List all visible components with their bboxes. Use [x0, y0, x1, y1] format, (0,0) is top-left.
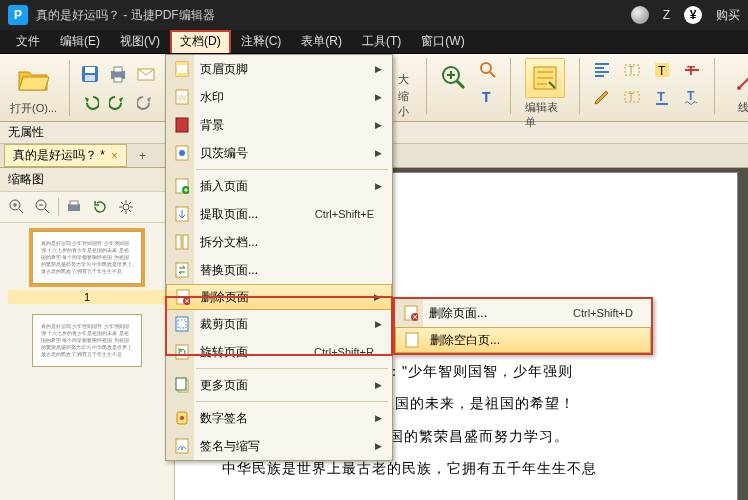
menu-label: 插入页面	[194, 178, 375, 195]
thumbnail-page-2[interactable]: 真的是好运吗 少年智则国智 少年强则国强 十六七岁的青少年是祖国的未来 是祖国的…	[32, 314, 142, 367]
textbox2-icon: T	[623, 88, 641, 106]
replace-page-icon	[174, 262, 190, 278]
menu-tool[interactable]: 工具(T)	[352, 30, 411, 53]
user-label: Z	[663, 8, 670, 22]
thumbnail-sidebar: 缩略图 真的是好运吗 少年智则国智 少年强则国强 十六七岁的青少年是祖国的未来 …	[0, 168, 175, 500]
submenu-delete-page[interactable]: 删除页面... Ctrl+Shift+D	[395, 299, 651, 327]
edit-form-button[interactable]	[525, 58, 565, 98]
globe-icon[interactable]	[631, 6, 649, 24]
redo-alt-icon	[137, 93, 155, 111]
buy-button[interactable]: 购买	[716, 7, 740, 24]
svg-rect-34	[176, 118, 188, 132]
highlight-button[interactable]: T	[650, 58, 674, 82]
submenu-arrow-icon: ▶	[375, 120, 382, 130]
zoom-in-button[interactable]	[437, 58, 470, 98]
menu-watermark[interactable]: W 水印 ▶	[166, 83, 392, 111]
svg-text:T: T	[657, 89, 665, 104]
menu-replace-page[interactable]: 替换页面...	[166, 256, 392, 284]
menu-form[interactable]: 表单(R)	[291, 30, 352, 53]
menu-label: 水印	[194, 89, 375, 106]
thumbnail-list[interactable]: 真的是好运吗 少年智则国智 少年强则国强 十六七岁的青少年是祖国的未来 是祖国的…	[0, 223, 174, 500]
thumb-print[interactable]	[63, 196, 85, 218]
menu-label: 删除页面	[195, 289, 374, 306]
menu-bates[interactable]: 贝茨编号 ▶	[166, 139, 392, 167]
menu-label: 页眉页脚	[194, 61, 375, 78]
textbox2-button[interactable]: T	[620, 85, 644, 109]
line-label: 线条	[738, 100, 748, 115]
printer-small-icon	[66, 199, 82, 215]
menu-crop-page[interactable]: 裁剪页面 ▶	[166, 310, 392, 338]
svg-rect-47	[176, 345, 188, 359]
delete-blank-icon	[404, 332, 420, 348]
textbox-button[interactable]: T	[620, 58, 644, 82]
print-button[interactable]	[106, 62, 130, 86]
menu-digital-sign[interactable]: 数字签名 ▶	[166, 404, 392, 432]
menu-edit[interactable]: 编辑(E)	[50, 30, 110, 53]
menu-window[interactable]: 窗口(W)	[411, 30, 474, 53]
submenu-arrow-icon: ▶	[375, 148, 382, 158]
text-t-icon: T	[479, 88, 497, 106]
doc-tab-close[interactable]: ×	[111, 149, 118, 163]
submenu-arrow-icon: ▶	[375, 64, 382, 74]
noattr-label: 无属性	[8, 124, 44, 141]
pencil-button[interactable]	[590, 85, 614, 109]
digital-sign-icon	[174, 410, 190, 426]
menu-sign-abbr[interactable]: 签名与缩写 ▶	[166, 432, 392, 460]
rotate-icon	[92, 199, 108, 215]
menu-view[interactable]: 视图(V)	[110, 30, 170, 53]
titlebar: P 真的是好运吗？ - 迅捷PDF编辑器 Z ¥ 购买	[0, 0, 748, 30]
menu-label: 替换页面...	[194, 262, 382, 279]
thumbnail-page-1[interactable]: 真的是好运吗 少年智则国智 少年强则国强 十六七岁的青少年是祖国的未来 是祖国的…	[32, 231, 142, 284]
squiggly-button[interactable]: T	[680, 85, 704, 109]
doc-tab[interactable]: 真的是好运吗？ * ×	[4, 144, 127, 167]
thumb-options[interactable]	[115, 196, 137, 218]
menu-shortcut: Ctrl+Shift+R	[314, 346, 382, 358]
menu-file[interactable]: 文件	[6, 30, 50, 53]
window-title: 真的是好运吗？ - 迅捷PDF编辑器	[36, 7, 631, 24]
undo-icon	[81, 93, 99, 111]
strike-t-icon: T	[683, 61, 701, 79]
submenu-arrow-icon: ▶	[375, 319, 382, 329]
submenu-delete-blank[interactable]: 删除空白页...	[395, 327, 651, 353]
thumb-zoom-in[interactable]	[6, 196, 28, 218]
line-tool-button[interactable]	[729, 58, 748, 98]
zoom-out-button[interactable]	[476, 58, 500, 82]
menubar: 文件 编辑(E) 视图(V) 文档(D) 注释(C) 表单(R) 工具(T) 窗…	[0, 30, 748, 54]
thumb-rotate[interactable]	[89, 196, 111, 218]
save-button[interactable]	[78, 62, 102, 86]
menu-split-doc[interactable]: 拆分文档...	[166, 228, 392, 256]
menu-comment[interactable]: 注释(C)	[231, 30, 292, 53]
shrink-suffix: 缩小	[398, 89, 416, 119]
svg-rect-5	[114, 77, 122, 82]
menu-insert-page[interactable]: 插入页面 ▶	[166, 172, 392, 200]
undo-button[interactable]	[78, 90, 102, 114]
watermark-icon: W	[174, 89, 190, 105]
text-edit-button[interactable]: T	[476, 85, 500, 109]
svg-rect-40	[176, 235, 181, 249]
menu-extract-page[interactable]: 提取页面... Ctrl+Shift+E	[166, 200, 392, 228]
svg-rect-4	[114, 67, 122, 72]
svg-text:T: T	[687, 89, 695, 103]
submenu-label: 删除空白页...	[424, 332, 640, 349]
thumb-zoom-out[interactable]	[32, 196, 54, 218]
yen-icon[interactable]: ¥	[684, 6, 702, 24]
menu-document[interactable]: 文档(D)	[170, 30, 231, 53]
menu-delete-page[interactable]: 删除页面 ▶	[166, 284, 392, 310]
page-hf-icon	[174, 61, 190, 77]
strike-button[interactable]: T	[680, 58, 704, 82]
underline-button[interactable]: T	[650, 85, 674, 109]
menu-rotate-page[interactable]: 旋转页面... Ctrl+Shift+R	[166, 338, 392, 366]
menu-more-page[interactable]: 更多页面 ▶	[166, 371, 392, 399]
folder-open-icon	[17, 64, 51, 94]
redo-button[interactable]	[106, 90, 130, 114]
svg-text:T: T	[482, 89, 491, 105]
align-left-button[interactable]	[590, 58, 614, 82]
mail-button[interactable]	[134, 62, 158, 86]
doc-tab-add[interactable]: +	[133, 147, 152, 165]
submenu-label: 删除页面...	[423, 305, 573, 322]
svg-rect-31	[176, 73, 188, 76]
menu-header-footer[interactable]: 页眉页脚 ▶	[166, 55, 392, 83]
redo-alt-button[interactable]	[134, 90, 158, 114]
menu-background[interactable]: 背景 ▶	[166, 111, 392, 139]
open-button[interactable]	[14, 59, 54, 99]
